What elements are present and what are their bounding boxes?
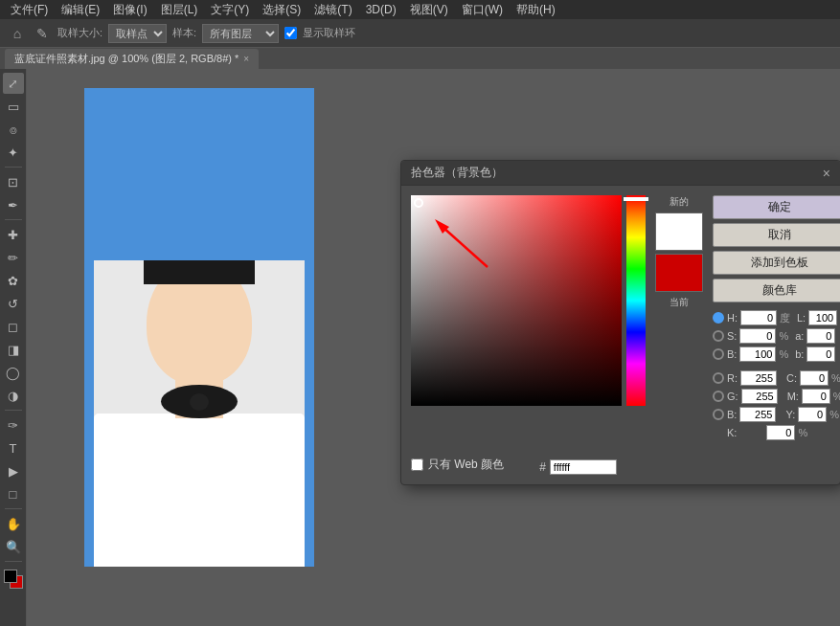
c-label: C: (786, 372, 797, 384)
sample-ring-checkbox[interactable] (284, 27, 297, 39)
b-label: B: (727, 348, 737, 360)
gradient-cursor (414, 198, 423, 208)
r-input[interactable] (740, 370, 777, 386)
size-select[interactable]: 取样点 (108, 24, 167, 43)
tool-brush[interactable]: ✏ (3, 247, 24, 268)
photo-bow-center (190, 393, 209, 411)
picker-right-col: 确定 取消 添加到色板 颜色库 H: 度 L: (713, 195, 840, 440)
add-to-swatches-button[interactable]: 添加到色板 (713, 251, 840, 275)
b-radio[interactable] (713, 348, 724, 360)
tab-label: 蓝底证件照素材.jpg @ 100% (图层 2, RGB/8#) * (14, 52, 238, 66)
sample-select[interactable]: 所有图层 (202, 24, 279, 43)
hex-input[interactable] (550, 459, 617, 475)
b-unit: % (779, 348, 788, 360)
dialog-close-button[interactable]: × (823, 166, 830, 181)
size-label: 取样大小: (57, 26, 102, 40)
dialog-title: 拾色器（背景色） (411, 165, 503, 181)
tool-select-rect[interactable]: ▭ (3, 96, 24, 117)
m-input[interactable] (802, 389, 830, 404)
tool-magic-wand[interactable]: ✦ (3, 142, 24, 163)
dialog-titlebar: 拾色器（背景色） × (401, 161, 840, 186)
b-input[interactable] (739, 347, 776, 362)
s-unit: % (779, 330, 788, 342)
color-picker-dialog: 拾色器（背景色） × (400, 160, 840, 485)
tool-text[interactable]: T (3, 437, 24, 458)
dialog-bottom: 只有 Web 颜色 # (401, 450, 840, 484)
new-color-swatch (655, 212, 703, 251)
tool-settings-icon[interactable]: ✎ (33, 24, 52, 43)
picker-center-col: 新的 当前 (655, 195, 703, 440)
tool-heal[interactable]: ✚ (3, 224, 24, 245)
canvas-area: 拾色器（背景色） × (27, 69, 840, 626)
y-input[interactable] (798, 407, 827, 422)
s-radio[interactable] (713, 330, 724, 342)
color-values-grid: H: 度 L: S: % a: (713, 310, 840, 440)
tool-blur[interactable]: ◯ (3, 362, 24, 383)
fg-color-swatch[interactable] (4, 570, 17, 583)
color-gradient-picker[interactable] (411, 195, 622, 406)
tool-dodge[interactable]: ◑ (3, 385, 24, 406)
blue-radio[interactable] (713, 409, 724, 420)
menu-help[interactable]: 帮助(H) (511, 0, 561, 20)
l-label: L: (797, 312, 806, 324)
m-label: M: (787, 391, 799, 402)
a-input[interactable] (806, 328, 835, 344)
tool-separator-2 (5, 219, 22, 220)
tool-clone[interactable]: ✿ (3, 270, 24, 291)
tab-main[interactable]: 蓝底证件照素材.jpg @ 100% (图层 2, RGB/8#) * × (5, 49, 259, 69)
h-radio[interactable] (713, 312, 724, 324)
tool-eyedropper[interactable]: ✒ (3, 194, 24, 215)
menu-view[interactable]: 视图(V) (404, 0, 454, 20)
menu-edit[interactable]: 编辑(E) (56, 0, 105, 20)
blue-row: B: Y: % (713, 407, 840, 422)
h-input[interactable] (740, 310, 777, 325)
s-input[interactable] (739, 328, 776, 344)
tool-path-select[interactable]: ▶ (3, 460, 24, 481)
hue-slider-container[interactable] (626, 195, 646, 406)
tool-hand[interactable]: ✋ (3, 513, 24, 534)
web-only-checkbox[interactable] (411, 458, 423, 471)
r-row: R: C: % (713, 370, 840, 386)
tool-zoom[interactable]: 🔍 (3, 536, 24, 557)
tool-pen[interactable]: ✑ (3, 414, 24, 436)
tool-move[interactable]: ⤢ (3, 73, 24, 94)
c-input[interactable] (800, 370, 829, 386)
tool-gradient[interactable]: ◨ (3, 339, 24, 360)
tool-crop[interactable]: ⊡ (3, 171, 24, 192)
color-swatch-area[interactable] (4, 570, 23, 589)
menu-filter[interactable]: 滤镜(T) (308, 0, 357, 20)
menu-file[interactable]: 文件(F) (5, 0, 54, 20)
g-radio[interactable] (713, 391, 724, 402)
r-radio[interactable] (713, 372, 724, 384)
home-icon[interactable]: ⌂ (8, 24, 27, 43)
b2-label: b: (795, 348, 804, 360)
main-area: ⤢ ▭ ⌾ ✦ ⊡ ✒ ✚ ✏ ✿ ↺ ◻ ◨ ◯ ◑ ✑ T ▶ □ ✋ 🔍 (0, 69, 840, 626)
dialog-body: 新的 当前 确定 取消 添加到色板 颜色库 (401, 186, 840, 450)
b2-input[interactable] (806, 347, 835, 362)
new-label: 新的 (670, 195, 689, 209)
menubar: 文件(F) 编辑(E) 图像(I) 图层(L) 文字(Y) 选择(S) 滤镜(T… (0, 0, 840, 19)
l-input[interactable] (808, 310, 837, 325)
g-input[interactable] (741, 389, 778, 404)
menu-layer[interactable]: 图层(L) (155, 0, 204, 20)
menu-window[interactable]: 窗口(W) (456, 0, 509, 20)
k-input[interactable] (766, 425, 795, 440)
menu-3d[interactable]: 3D(D) (360, 1, 402, 18)
web-colors-row: 只有 Web 颜色 # (411, 450, 830, 475)
cancel-button[interactable]: 取消 (713, 223, 840, 247)
tool-shape[interactable]: □ (3, 483, 24, 504)
menu-select[interactable]: 选择(S) (257, 0, 306, 20)
tool-eraser[interactable]: ◻ (3, 316, 24, 337)
ok-button[interactable]: 确定 (713, 195, 840, 219)
toolbox: ⤢ ▭ ⌾ ✦ ⊡ ✒ ✚ ✏ ✿ ↺ ◻ ◨ ◯ ◑ ✑ T ▶ □ ✋ 🔍 (0, 69, 27, 626)
blue-input[interactable] (739, 407, 776, 422)
tool-lasso[interactable]: ⌾ (3, 119, 24, 140)
tool-history-brush[interactable]: ↺ (3, 293, 24, 314)
y-label: Y: (785, 409, 795, 420)
color-library-button[interactable]: 颜色库 (713, 279, 840, 302)
menu-text[interactable]: 文字(Y) (205, 0, 255, 20)
photo-shirt (94, 414, 305, 567)
tool-separator-1 (5, 167, 22, 168)
tab-close-button[interactable]: × (243, 54, 249, 64)
menu-image[interactable]: 图像(I) (107, 0, 152, 20)
